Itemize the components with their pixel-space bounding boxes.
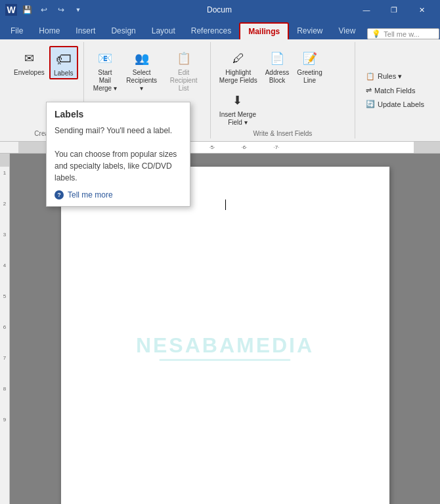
help-icon: ?	[55, 190, 64, 200]
text-cursor	[225, 200, 226, 210]
tell-me-more-label: Tell me more	[68, 190, 113, 200]
ribbon-right-items: 📋 Rules ▾ ⇌ Match Fields 🔄 Update Labels	[355, 42, 435, 138]
update-labels-label: Update Labels	[378, 100, 424, 108]
tooltip-line2: You can choose from popular sizes and sp…	[55, 148, 182, 184]
tab-file[interactable]: File	[3, 22, 31, 39]
ruler-v-numbers: 1 2 3 4 5 6 7 8 9	[0, 167, 9, 504]
ruler-mark-6: ·6·	[242, 144, 248, 150]
ruler-right-margin	[414, 142, 440, 153]
labels-label: Labels	[54, 70, 73, 77]
window-controls: — ❐ ✕	[353, 0, 435, 20]
tooltip-line1: Sending mail? You'll need a label.	[55, 125, 182, 136]
ribbon-tabs: File Home Insert Design Layout Reference…	[0, 20, 440, 39]
match-fields-label: Match Fields	[374, 87, 415, 94]
update-labels-button[interactable]: 🔄 Update Labels	[362, 98, 428, 110]
word-icon: W	[5, 4, 17, 16]
address-block-icon: 📄	[267, 48, 288, 69]
group-write-insert: 🖊 HighlightMerge Fields 📄 AddressBlock 📝…	[211, 42, 355, 138]
restore-button[interactable]: ❐	[381, 0, 407, 20]
update-labels-icon: 🔄	[366, 100, 375, 108]
labels-button[interactable]: 🏷 Labels	[49, 46, 78, 79]
tab-review[interactable]: Review	[289, 22, 330, 39]
watermark: NESABAMEDIA	[136, 333, 314, 361]
greeting-icon: 📝	[299, 48, 320, 69]
ruler-vertical: 1 2 3 4 5 6 7 8 9	[0, 154, 10, 504]
select-recipients-label: SelectRecipients ▾	[125, 69, 158, 93]
tell-me-label: Tell me w...	[384, 30, 419, 38]
document-page[interactable]: NESABAMEDIA	[61, 167, 389, 504]
insert-merge-icon: ⬇	[227, 90, 248, 111]
highlight-merge-fields-button[interactable]: 🖊 HighlightMerge Fields	[216, 46, 261, 87]
tab-mailings[interactable]: Mailings	[239, 22, 289, 39]
highlight-merge-fields-label: HighlightMerge Fields	[219, 69, 257, 85]
tab-design[interactable]: Design	[103, 22, 143, 39]
mail-merge-icon: 📧	[95, 48, 116, 69]
recipients-icon: 👥	[131, 48, 152, 69]
match-fields-icon: ⇌	[366, 86, 372, 94]
address-block-label: AddressBlock	[265, 69, 290, 85]
envelopes-label: Envelopes	[14, 69, 45, 76]
title-bar-left: W 💾 ↩ ↪ ▼	[5, 3, 85, 17]
tab-layout[interactable]: Layout	[144, 22, 183, 39]
edit-list-icon: 📋	[173, 48, 194, 69]
close-button[interactable]: ✕	[408, 0, 435, 20]
ruler-mark-7: ·7·	[273, 144, 279, 150]
label-icon: 🏷	[53, 49, 74, 70]
document-title: Docum	[85, 5, 353, 14]
tell-me-more-link[interactable]: ? Tell me more	[55, 190, 182, 200]
ruler-mark-5: ·5·	[209, 144, 215, 150]
write-insert-group-label: Write & Insert Fields	[253, 129, 313, 137]
tab-insert[interactable]: Insert	[68, 22, 103, 39]
edit-recipient-list-label: EditRecipient List	[165, 69, 201, 93]
envelope-icon: ✉	[18, 48, 39, 69]
highlight-icon: 🖊	[228, 48, 249, 69]
watermark-text: NESABAMEDIA	[136, 333, 314, 357]
tooltip-popup: Labels Sending mail? You'll need a label…	[46, 102, 190, 207]
watermark-underline	[159, 359, 290, 361]
undo-button[interactable]: ↩	[37, 3, 51, 17]
insert-merge-field-button[interactable]: ⬇ Insert MergeField ▾	[216, 88, 259, 129]
save-button[interactable]: 💾	[20, 3, 34, 17]
tell-me-input[interactable]: 💡 Tell me w...	[367, 28, 439, 39]
start-mail-merge-button[interactable]: 📧 Start MailMerge ▾	[89, 46, 121, 94]
write-insert-buttons: 🖊 HighlightMerge Fields 📄 AddressBlock 📝…	[216, 43, 349, 129]
redo-button[interactable]: ↪	[54, 3, 68, 17]
minimize-button[interactable]: —	[353, 0, 380, 20]
tooltip-title: Labels	[55, 109, 182, 119]
start-mail-merge-label: Start MailMerge ▾	[93, 69, 118, 93]
insert-merge-field-label: Insert MergeField ▾	[219, 111, 256, 127]
select-recipients-button[interactable]: 👥 SelectRecipients ▾	[122, 46, 161, 94]
title-bar: W 💾 ↩ ↪ ▼ Docum — ❐ ✕	[0, 0, 440, 20]
rules-icon: 📋	[366, 72, 375, 81]
edit-recipient-list-button[interactable]: 📋 EditRecipient List	[162, 46, 204, 94]
tab-references[interactable]: References	[183, 22, 239, 39]
rules-button[interactable]: 📋 Rules ▾	[362, 71, 428, 82]
greeting-line-label: GreetingLine	[297, 69, 322, 85]
match-fields-button[interactable]: ⇌ Match Fields	[362, 85, 428, 96]
greeting-line-button[interactable]: 📝 GreetingLine	[294, 46, 325, 87]
tooltip-body: Sending mail? You'll need a label. You c…	[55, 125, 182, 184]
envelopes-button[interactable]: ✉ Envelopes	[11, 46, 48, 78]
rules-label: Rules ▾	[378, 72, 402, 81]
lightbulb-icon: 💡	[372, 30, 381, 38]
tab-view[interactable]: View	[331, 22, 364, 39]
ruler-v-top-margin	[0, 154, 9, 167]
customize-button[interactable]: ▼	[71, 3, 85, 17]
tab-home[interactable]: Home	[31, 22, 68, 39]
address-block-button[interactable]: 📄 AddressBlock	[262, 46, 293, 87]
